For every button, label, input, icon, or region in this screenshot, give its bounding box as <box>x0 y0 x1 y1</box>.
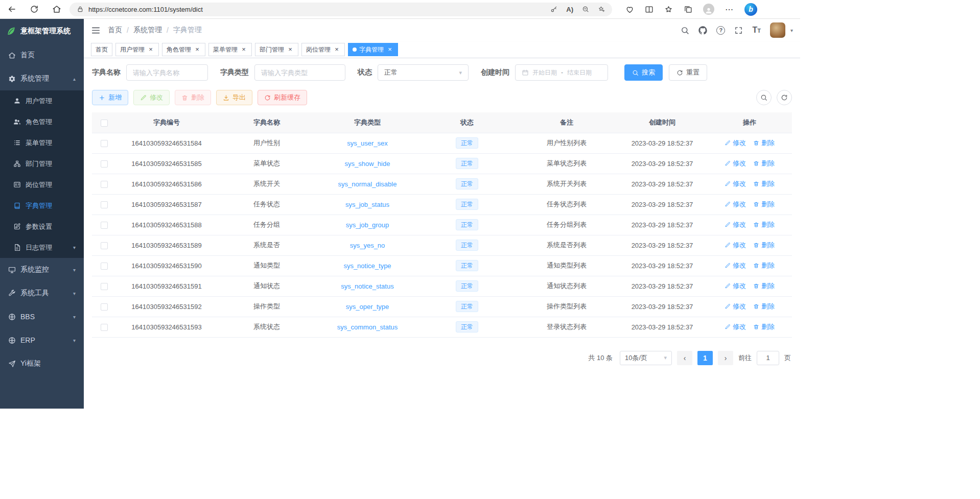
dict-type-link[interactable]: sys_oper_type <box>346 303 389 311</box>
sidebar-item-system-management[interactable]: 系统管理▴ <box>0 67 84 90</box>
row-checkbox[interactable] <box>101 303 108 311</box>
goto-page-input[interactable] <box>757 351 779 365</box>
date-range-picker[interactable]: 开始日期 - 结束日期 <box>515 64 608 81</box>
row-checkbox[interactable] <box>101 201 108 208</box>
search-button[interactable]: 搜索 <box>624 64 663 81</box>
read-aloud-icon[interactable]: A) <box>566 6 573 13</box>
delete-button[interactable]: 删除 <box>175 90 211 105</box>
toggle-search-button[interactable] <box>756 90 772 105</box>
refresh-cache-button[interactable]: 刷新缓存 <box>258 90 307 105</box>
fullscreen-icon[interactable] <box>734 26 743 35</box>
add-button[interactable]: 新增 <box>92 90 128 105</box>
row-checkbox[interactable] <box>101 242 108 249</box>
refresh-button[interactable] <box>30 5 39 14</box>
split-screen-icon[interactable] <box>645 5 654 14</box>
tab-menu-management[interactable]: 菜单管理× <box>208 43 252 56</box>
sidebar-item-yi-framework[interactable]: Yi框架 <box>0 352 84 375</box>
font-size-icon[interactable]: TT <box>752 26 761 35</box>
row-delete-button[interactable]: 删除 <box>753 261 775 270</box>
github-icon[interactable] <box>698 26 707 35</box>
row-edit-button[interactable]: 修改 <box>725 220 746 229</box>
page-size-select[interactable]: 10条/页 ▾ <box>620 351 672 365</box>
sidebar-item-bbs[interactable]: BBS▾ <box>0 305 84 328</box>
row-delete-button[interactable]: 删除 <box>753 220 775 229</box>
avatar-caret-icon[interactable]: ▾ <box>790 28 793 33</box>
dict-type-link[interactable]: sys_job_group <box>346 221 389 229</box>
prev-page-button[interactable]: ‹ <box>677 351 692 365</box>
row-edit-button[interactable]: 修改 <box>725 200 746 209</box>
tab-dept-management[interactable]: 部门管理× <box>255 43 298 56</box>
close-icon[interactable]: × <box>333 46 340 53</box>
row-delete-button[interactable]: 删除 <box>753 200 775 209</box>
close-icon[interactable]: × <box>386 46 393 53</box>
user-avatar[interactable] <box>770 22 785 38</box>
add-favorite-icon[interactable] <box>598 6 605 13</box>
sidebar-item-menu-management[interactable]: 菜单管理 <box>0 132 84 153</box>
row-delete-button[interactable]: 删除 <box>753 179 775 188</box>
password-key-icon[interactable] <box>550 6 557 13</box>
row-edit-button[interactable]: 修改 <box>725 261 746 270</box>
row-edit-button[interactable]: 修改 <box>725 241 746 250</box>
export-button[interactable]: 导出 <box>216 90 252 105</box>
sidebar-item-system-tools[interactable]: 系统工具▾ <box>0 281 84 305</box>
dict-type-link[interactable]: sys_common_status <box>337 323 398 331</box>
help-icon[interactable]: ? <box>716 26 725 35</box>
edit-button[interactable]: 修改 <box>133 90 170 105</box>
browser-home-button[interactable] <box>52 5 61 14</box>
back-button[interactable] <box>7 5 16 14</box>
status-select[interactable]: 正常 ▾ <box>378 64 469 81</box>
sidebar-item-system-monitor[interactable]: 系统监控▾ <box>0 258 84 281</box>
select-all-checkbox[interactable] <box>101 120 108 127</box>
sidebar-item-erp[interactable]: ERP▾ <box>0 328 84 352</box>
row-edit-button[interactable]: 修改 <box>725 281 746 291</box>
dict-name-input[interactable] <box>126 64 208 81</box>
sidebar-item-log-management[interactable]: 日志管理▾ <box>0 237 84 258</box>
row-checkbox[interactable] <box>101 263 108 270</box>
browser-essentials-icon[interactable] <box>625 5 634 14</box>
dict-type-link[interactable]: sys_yes_no <box>350 242 385 249</box>
row-edit-button[interactable]: 修改 <box>725 159 746 168</box>
sidebar-item-dict-management[interactable]: 字典管理 <box>0 195 84 216</box>
row-checkbox[interactable] <box>101 181 108 188</box>
close-icon[interactable]: × <box>287 46 294 53</box>
hamburger-menu-icon[interactable] <box>91 26 101 35</box>
row-edit-button[interactable]: 修改 <box>725 138 746 148</box>
sidebar-item-dept-management[interactable]: 部门管理 <box>0 153 84 174</box>
sidebar-item-user-management[interactable]: 用户管理 <box>0 90 84 111</box>
collections-icon[interactable] <box>684 5 692 14</box>
row-checkbox[interactable] <box>101 283 108 290</box>
tab-home[interactable]: 首页 <box>91 43 112 56</box>
favorites-icon[interactable] <box>664 5 673 14</box>
close-icon[interactable]: × <box>240 46 247 53</box>
breadcrumb-item[interactable]: 首页 <box>108 26 122 35</box>
address-bar[interactable]: https://ccnetcore.com:1101/system/dict A… <box>69 3 612 16</box>
url-text[interactable]: https://ccnetcore.com:1101/system/dict <box>88 6 546 13</box>
row-delete-button[interactable]: 删除 <box>753 281 775 291</box>
tab-dict-management[interactable]: 字典管理× <box>348 43 398 56</box>
dict-type-link[interactable]: sys_notice_status <box>341 282 393 290</box>
dict-type-link[interactable]: sys_notice_type <box>343 262 391 270</box>
row-delete-button[interactable]: 删除 <box>753 322 775 331</box>
next-page-button[interactable]: › <box>718 351 733 365</box>
row-delete-button[interactable]: 删除 <box>753 241 775 250</box>
dict-type-link[interactable]: sys_job_status <box>345 201 389 208</box>
row-edit-button[interactable]: 修改 <box>725 179 746 188</box>
sidebar-item-param-settings[interactable]: 参数设置 <box>0 216 84 237</box>
row-checkbox[interactable] <box>101 140 108 147</box>
row-checkbox[interactable] <box>101 324 108 331</box>
row-checkbox[interactable] <box>101 160 108 168</box>
reset-button[interactable]: 重置 <box>669 64 707 81</box>
row-delete-button[interactable]: 删除 <box>753 138 775 148</box>
tab-role-management[interactable]: 角色管理× <box>162 43 205 56</box>
header-search-icon[interactable] <box>681 26 689 35</box>
close-icon[interactable]: × <box>147 46 154 53</box>
sidebar-item-post-management[interactable]: 岗位管理 <box>0 174 84 195</box>
row-checkbox[interactable] <box>101 222 108 229</box>
row-delete-button[interactable]: 删除 <box>753 159 775 168</box>
tab-post-management[interactable]: 岗位管理× <box>301 43 345 56</box>
row-delete-button[interactable]: 删除 <box>753 302 775 311</box>
sidebar-item-role-management[interactable]: 角色管理 <box>0 111 84 132</box>
refresh-table-button[interactable] <box>777 90 792 105</box>
bing-icon[interactable]: b <box>744 3 757 16</box>
dict-type-link[interactable]: sys_normal_disable <box>338 180 397 188</box>
